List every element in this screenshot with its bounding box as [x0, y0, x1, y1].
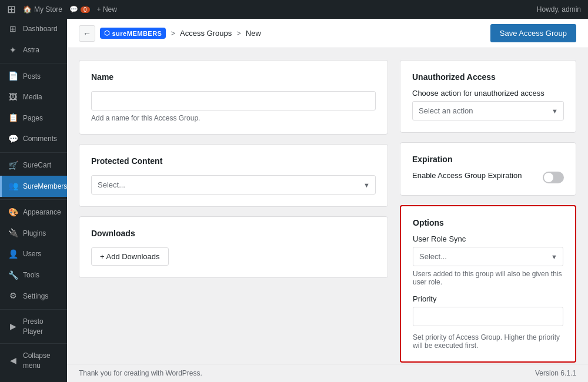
menu-divider [0, 309, 67, 310]
posts-icon: 📄 [8, 71, 18, 82]
right-column: Unauthorized Access Choose action for un… [400, 60, 576, 364]
priority-input[interactable] [413, 307, 563, 326]
settings-icon: ⚙ [8, 290, 18, 302]
unauthorized-select-wrapper: Select an action ▼ [412, 101, 564, 120]
admin-menu: ⊞ Dashboard ✦ Astra 📄 Posts 🖼 Media 📋 Pa… [0, 19, 67, 382]
sidebar-item-label: Media [23, 92, 42, 102]
surecart-icon: 🛒 [8, 160, 18, 172]
expiration-toggle-label: Enable Access Group Expiration [412, 171, 522, 180]
add-downloads-button[interactable]: + Add Downloads [91, 247, 169, 266]
name-card-title: Name [91, 72, 376, 82]
options-card: Options User Role Sync Select... ▼ Users… [400, 205, 576, 363]
admin-bar: ⊞ 🏠 My Store 💬 0 + New Howdy, admin [0, 0, 588, 19]
breadcrumb-access-groups[interactable]: Access Groups [180, 29, 232, 38]
store-icon: 🏠 [23, 5, 32, 14]
breadcrumb-separator2: > [236, 29, 241, 38]
user-role-hint: Users added to this group will also be g… [413, 270, 563, 286]
sidebar-item-media[interactable]: 🖼 Media [0, 87, 67, 108]
downloads-card: Downloads + Add Downloads [79, 216, 388, 278]
suremembers-logo: ⬡ sureMEMBERS [100, 28, 166, 39]
expiration-toggle-row: Enable Access Group Expiration [412, 171, 564, 183]
unauthorized-field-label: Choose action for unauthorized access [412, 89, 564, 98]
prestoplayer-icon: ▶ [8, 321, 18, 333]
footer-version: Version 6.1.1 [535, 369, 576, 377]
sidebar-item-label: Dashboard [23, 24, 58, 34]
name-card: Name Add a name for this Access Group. [79, 60, 388, 135]
expiration-title: Expiration [412, 155, 564, 164]
menu-divider [0, 343, 67, 344]
breadcrumb: ← ⬡ sureMEMBERS > Access Groups > New [79, 25, 261, 42]
protected-content-select-wrapper: Select... ▼ [91, 175, 376, 195]
menu-divider [0, 63, 67, 63]
protected-content-card: Protected Content Select... ▼ [79, 144, 388, 207]
left-column: Name Add a name for this Access Group. P… [79, 60, 388, 364]
sidebar-item-label: SureMembers [23, 182, 67, 192]
sidebar-item-suremembers[interactable]: 👥 SureMembers [0, 176, 67, 197]
sidebar-item-label: Plugins [23, 229, 46, 239]
wp-footer: Thank you for creating with WordPress. V… [67, 364, 588, 382]
sidebar-item-label: Collapse menu [23, 351, 61, 371]
suremembers-icon: 👥 [8, 180, 18, 192]
sidebar-item-pages[interactable]: 📋 Pages [0, 108, 67, 129]
protected-content-title: Protected Content [91, 156, 376, 166]
tools-icon: 🔧 [8, 270, 18, 282]
comment-icon: 💬 [69, 5, 78, 14]
wp-logo-icon[interactable]: ⊞ [7, 3, 16, 16]
menu-divider [0, 152, 67, 153]
main-content-area: ← ⬡ sureMEMBERS > Access Groups > New Sa… [67, 19, 588, 382]
sidebar-item-label: Appearance [23, 207, 61, 217]
astra-icon: ✦ [8, 45, 18, 56]
breadcrumb-separator: > [171, 29, 175, 38]
sidebar-item-appearance[interactable]: 🎨 Appearance [0, 202, 67, 223]
content-grid: Name Add a name for this Access Group. P… [79, 60, 576, 364]
name-hint: Add a name for this Access Group. [91, 114, 376, 122]
sidebar-item-label: Tools [23, 270, 39, 280]
sidebar-item-label: Pages [23, 113, 43, 123]
name-input[interactable] [91, 91, 376, 110]
sidebar-item-label: Presto Player [23, 317, 61, 337]
howdy-text: Howdy, admin [537, 5, 581, 14]
sidebar-item-surecart[interactable]: 🛒 SureCart [0, 155, 67, 176]
expiration-toggle[interactable] [543, 172, 564, 183]
appearance-icon: 🎨 [8, 207, 18, 219]
sidebar-item-comments[interactable]: 💬 Comments [0, 129, 67, 150]
sidebar-item-tools[interactable]: 🔧 Tools [0, 265, 67, 286]
plugins-icon: 🔌 [8, 227, 18, 239]
pages-icon: 📋 [8, 112, 18, 124]
sidebar-item-posts[interactable]: 📄 Posts [0, 66, 67, 87]
save-access-group-button[interactable]: Save Access Group [490, 24, 576, 42]
users-icon: 👤 [8, 249, 18, 260]
sidebar-item-prestoplayer[interactable]: ▶ Presto Player [0, 312, 67, 341]
back-button[interactable]: ← [79, 25, 95, 42]
comments-icon: 💬 [8, 133, 18, 145]
sidebar-item-settings[interactable]: ⚙ Settings [0, 286, 67, 307]
unauthorized-action-select[interactable]: Select an action [412, 101, 564, 120]
collapse-icon: ◀ [8, 355, 18, 367]
new-content-link[interactable]: + New [97, 5, 117, 14]
sidebar-item-label: Settings [23, 291, 48, 301]
sidebar-item-collapse[interactable]: ◀ Collapse menu [0, 346, 67, 376]
user-role-select[interactable]: Select... [413, 247, 563, 266]
menu-divider [0, 199, 67, 200]
priority-label: Priority [413, 294, 563, 303]
footer-thanks: Thank you for creating with WordPress. [79, 369, 202, 377]
sidebar-item-plugins[interactable]: 🔌 Plugins [0, 223, 67, 244]
page-header: ← ⬡ sureMEMBERS > Access Groups > New Sa… [67, 19, 588, 48]
sidebar-item-label: SureCart [23, 160, 51, 170]
sidebar-item-label: Astra [23, 45, 39, 55]
options-title: Options [413, 218, 563, 227]
sidebar-item-dashboard[interactable]: ⊞ Dashboard [0, 19, 67, 40]
sidebar-item-label: Users [23, 249, 41, 259]
protected-content-select[interactable]: Select... [91, 175, 376, 195]
unauthorized-access-card: Unauthorized Access Choose action for un… [400, 60, 576, 133]
notifications-link[interactable]: 💬 0 [69, 5, 90, 14]
breadcrumb-new: New [246, 29, 261, 38]
dashboard-icon: ⊞ [8, 24, 18, 35]
my-store-link[interactable]: 🏠 My Store [23, 5, 62, 14]
expiration-card: Expiration Enable Access Group Expiratio… [400, 142, 576, 196]
scrollable-content: Name Add a name for this Access Group. P… [67, 48, 588, 364]
sidebar-item-users[interactable]: 👤 Users [0, 244, 67, 265]
sidebar-item-astra[interactable]: ✦ Astra [0, 40, 67, 61]
downloads-title: Downloads [91, 229, 376, 238]
sidebar-item-label: Comments [23, 134, 57, 144]
